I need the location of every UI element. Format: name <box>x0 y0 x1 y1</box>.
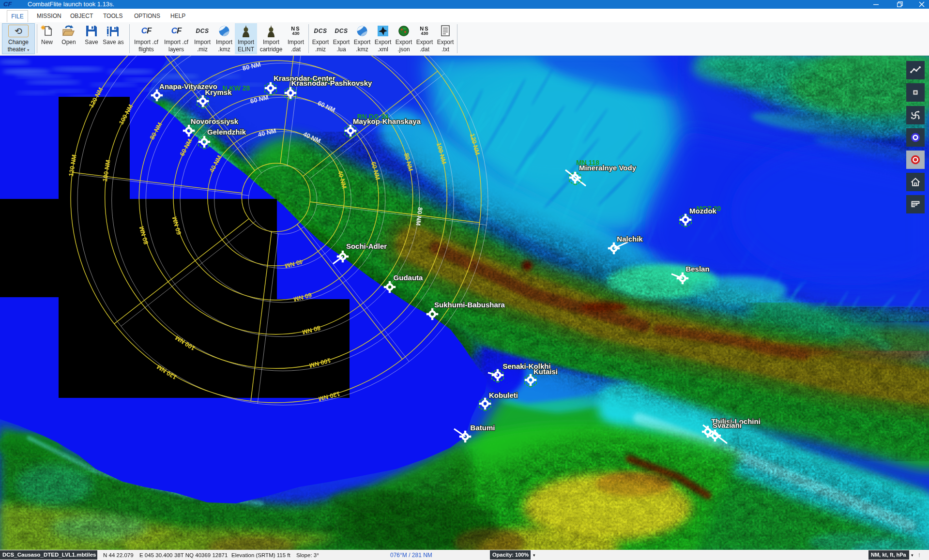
svg-text:Mozdok: Mozdok <box>689 207 716 215</box>
svg-text:Batumi: Batumi <box>471 424 495 432</box>
svg-text:Krymsk: Krymsk <box>205 88 232 96</box>
svg-text:Kobuleti: Kobuleti <box>489 391 518 399</box>
svg-text:Svaziani: Svaziani <box>713 421 742 429</box>
svg-text:Novorossiysk: Novorossiysk <box>191 117 239 125</box>
svg-text:Nalchik: Nalchik <box>617 235 643 243</box>
svg-text:Maykop-Khanskaya: Maykop-Khanskaya <box>353 117 421 125</box>
svg-text:Gudauta: Gudauta <box>394 273 423 282</box>
svg-text:Sukhumi-Babushara: Sukhumi-Babushara <box>434 301 505 309</box>
svg-text:Mineralnye Vody: Mineralnye Vody <box>579 164 637 172</box>
svg-text:Gelendzhik: Gelendzhik <box>207 128 246 136</box>
svg-text:Beslan: Beslan <box>685 265 709 273</box>
svg-text:Sochi-Adler: Sochi-Adler <box>346 242 387 250</box>
svg-text:Krasnodar-Pashkovsky: Krasnodar-Pashkovsky <box>291 79 372 87</box>
svg-text:Kutaisi: Kutaisi <box>533 367 558 376</box>
